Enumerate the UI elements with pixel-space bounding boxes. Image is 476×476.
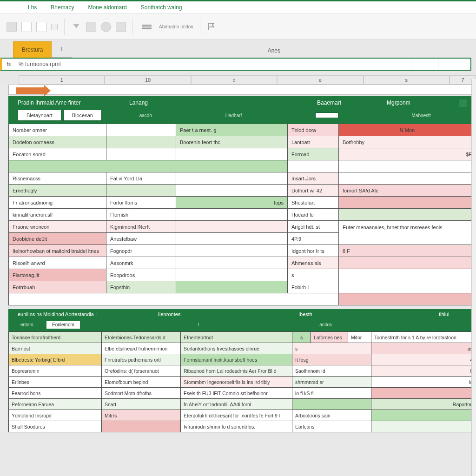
cell[interactable]: Fnrutrafos puthernans ortl bbox=[102, 354, 181, 365]
ribbon-icon-8[interactable] bbox=[116, 22, 126, 32]
menu-lhs[interactable]: Lhs bbox=[28, 4, 37, 11]
cell[interactable]: Eocaton sorad bbox=[9, 148, 106, 160]
ribbon-lines-button[interactable] bbox=[139, 23, 154, 31]
cell[interactable] bbox=[9, 293, 339, 305]
active-tab[interactable]: Brostura bbox=[13, 41, 52, 58]
cell[interactable] bbox=[339, 257, 476, 269]
menu-sonthatch[interactable]: Sonthatch waing bbox=[141, 4, 182, 11]
cell[interactable] bbox=[102, 421, 181, 432]
cell[interactable]: Ribaenod horn Lal rodesdrnis Aer Fror Bl… bbox=[181, 365, 292, 377]
cell[interactable]: Insart-Jors bbox=[288, 172, 339, 185]
cell[interactable] bbox=[106, 136, 176, 148]
cell[interactable]: Forfor llams bbox=[106, 197, 176, 209]
ribbon-icon-6[interactable] bbox=[86, 22, 96, 32]
cell[interactable]: Mitor bbox=[348, 332, 371, 343]
menu-mone[interactable]: Mone aldomard bbox=[88, 4, 126, 11]
cell[interactable]: Risoelh anwrd bbox=[9, 257, 106, 269]
cell[interactable] bbox=[106, 185, 176, 197]
cell[interactable] bbox=[339, 269, 476, 281]
cell[interactable]: Lantoatr bbox=[288, 136, 339, 148]
cell[interactable]: Flornish bbox=[106, 209, 176, 221]
ribbon-icon-3[interactable] bbox=[36, 22, 46, 32]
cell[interactable] bbox=[288, 160, 339, 172]
cell[interactable] bbox=[176, 209, 288, 221]
table-row[interactable]: Flartonag,lit Eoopdrdos s bbox=[9, 269, 476, 281]
cell[interactable]: Idgont hor Ir ts bbox=[288, 245, 339, 257]
formula-btn-1[interactable] bbox=[400, 59, 412, 70]
table-row[interactable]: Noraber omner Paer t a rnest. g Tniod do… bbox=[9, 124, 476, 136]
cell[interactable]: Forroad bbox=[288, 148, 339, 160]
cell[interactable] bbox=[371, 410, 476, 421]
cell[interactable]: Erlinbes bbox=[9, 377, 102, 388]
header-toggle-icon[interactable] bbox=[459, 99, 467, 107]
cell[interactable]: Tonrisne fobrafroltherd bbox=[9, 332, 102, 343]
cell[interactable]: Kigrnimbnd lNerft bbox=[106, 221, 176, 233]
formula-input[interactable]: % furmonos rpml bbox=[16, 61, 400, 67]
cell[interactable]: Arbookrons sain bbox=[292, 410, 371, 421]
ribbon-icon-2[interactable] bbox=[21, 22, 32, 32]
cell[interactable] bbox=[176, 233, 288, 245]
cell[interactable]: Raporton bbox=[371, 399, 476, 410]
ribbon-icon-7[interactable] bbox=[101, 22, 111, 32]
cell[interactable]: lo bbox=[371, 377, 476, 388]
cell[interactable]: Noraber omner bbox=[9, 124, 106, 136]
table-row[interactable] bbox=[9, 160, 476, 172]
subtab-2[interactable]: Blocesan bbox=[63, 110, 102, 121]
ribbon-flag-icon[interactable] bbox=[207, 22, 217, 32]
cell[interactable] bbox=[176, 269, 288, 281]
cell[interactable]: Shostofart bbox=[288, 197, 339, 209]
cell[interactable]: Hoeard lo bbox=[288, 209, 339, 221]
cell[interactable]: Euter menaanales, brnet thor rnsreaes fe… bbox=[339, 221, 476, 245]
cell[interactable] bbox=[176, 221, 288, 233]
cell[interactable]: Elbe etsilneard frufnermrmon bbox=[102, 343, 181, 354]
cell[interactable]: Dodefon oornaess bbox=[9, 136, 106, 148]
table-row[interactable]: Risoelh anwrd Aesonmrk Ahmenas als bbox=[9, 257, 476, 269]
cell[interactable]: lo fi kS fi bbox=[292, 388, 371, 399]
cell[interactable]: Anesfelbaw bbox=[106, 233, 176, 245]
table-row[interactable]: Blbetreste Yorbrig( Efbrd Fnrutrafos put… bbox=[9, 354, 476, 365]
col-header[interactable]: 10 bbox=[105, 75, 191, 85]
table-row[interactable]: Shafl Soodures Ivfranrodn shnnn fo d son… bbox=[9, 421, 476, 432]
cell[interactable] bbox=[9, 160, 288, 172]
cell[interactable]: Sorlanforthons Irvesthasoes cfnrue bbox=[181, 343, 292, 354]
cell[interactable]: Fearrod bons bbox=[9, 388, 102, 399]
cell[interactable]: Ahmenas als bbox=[288, 257, 339, 269]
cell[interactable]: Eterpofulrh oll.ficesant for Inordfes fe… bbox=[181, 410, 292, 421]
ribbon-icon-4[interactable] bbox=[51, 24, 58, 30]
cell[interactable]: Fsels th FU3 IFiT Comnio srt befholnnr bbox=[181, 388, 292, 399]
cell[interactable] bbox=[106, 124, 176, 136]
cell[interactable]: Eoopdrdos bbox=[106, 269, 176, 281]
cell[interactable]: 4P.9 bbox=[288, 233, 339, 245]
cell[interactable] bbox=[176, 245, 288, 257]
cell[interactable] bbox=[339, 172, 476, 185]
cell[interactable]: N Mon bbox=[339, 124, 476, 136]
table-row[interactable]: Bopresramin Orefodins: d( fprseranuot Ri… bbox=[9, 365, 476, 377]
cell[interactable]: Bopresramin bbox=[9, 365, 102, 377]
cell[interactable]: as bbox=[371, 343, 476, 354]
subtab-box[interactable] bbox=[315, 112, 338, 118]
cell[interactable]: Etolerbiones-Tedonesards d bbox=[102, 332, 181, 343]
cell[interactable]: Fopsthin bbox=[106, 281, 176, 293]
cell[interactable]: Toohesfrnth for s 1 A by re lorotasfoon bbox=[371, 332, 476, 343]
cell[interactable]: Orefodins: d( fprseranuot bbox=[102, 365, 181, 377]
cell[interactable]: fornort SA/d Afc bbox=[339, 185, 476, 197]
cell[interactable]: Stommbm Ingeonoroeltrils ls lns lrd tibl… bbox=[181, 377, 292, 388]
cell[interactable]: s bbox=[292, 332, 311, 343]
table-row[interactable]: kinnalifraneron.slf Flornish Hoeard lo bbox=[9, 209, 476, 221]
cell[interactable] bbox=[176, 148, 288, 160]
menu-bhemacy[interactable]: Bhemacy bbox=[51, 4, 74, 11]
col-header[interactable]: 1 bbox=[19, 75, 105, 85]
cell[interactable]: s bbox=[288, 269, 339, 281]
cell[interactable]: fops bbox=[176, 197, 288, 209]
table-row[interactable]: Fraone wroncon Kigrnimbnd lNerft Arigol … bbox=[9, 221, 476, 233]
scrollbar-vertical[interactable] bbox=[471, 79, 476, 476]
cell[interactable]: Saolhnnom Id bbox=[292, 365, 371, 377]
cell[interactable]: Eotrrbuah bbox=[9, 281, 106, 293]
cell[interactable] bbox=[339, 209, 476, 221]
cell[interactable] bbox=[176, 281, 288, 293]
table-row[interactable]: Eotrrbuah Fopsthin Fobirh I bbox=[9, 281, 476, 293]
table-row[interactable]: Eocaton sorad Forroad $F bbox=[9, 148, 476, 160]
table-row[interactable]: Barrnost Elbe etsilneard frufnermrmon So… bbox=[9, 343, 476, 354]
table-row[interactable]: Ydmotond Insropd Mifrrs Eterpofulrh oll.… bbox=[9, 410, 476, 421]
cell[interactable]: Ernethogly bbox=[9, 185, 106, 197]
